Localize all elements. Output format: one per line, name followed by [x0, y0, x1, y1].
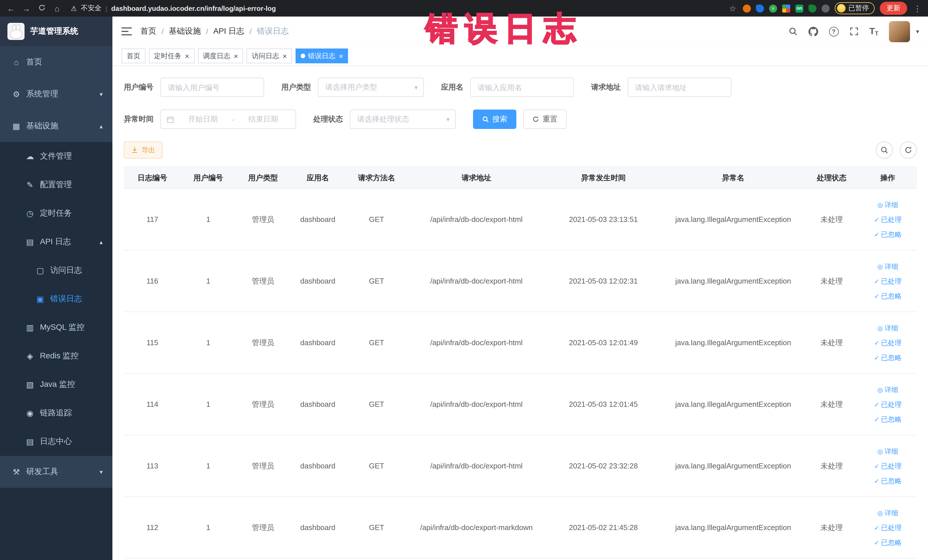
check-icon: ✓ — [874, 350, 879, 365]
reset-button-label: 重置 — [543, 114, 557, 124]
search-button[interactable]: 搜索 — [473, 110, 516, 129]
refresh-table-button[interactable] — [900, 142, 917, 159]
ignore-link[interactable]: ✓已忽略 — [862, 350, 913, 365]
extension-icon[interactable]: on — [795, 4, 803, 12]
search-icon[interactable] — [788, 27, 797, 36]
close-tab-icon[interactable]: × — [339, 52, 343, 60]
sidebar-item-error-log[interactable]: ▣错误日志 — [0, 285, 112, 313]
processed-link[interactable]: ✓已处理 — [862, 212, 913, 227]
detail-link[interactable]: ◎详细 — [862, 320, 913, 335]
sidebar-item-config[interactable]: ✎配置管理 — [0, 171, 112, 199]
sidebar-item-access-log[interactable]: ▢访问日志 — [0, 256, 112, 285]
ignore-link[interactable]: ✓已忽略 — [862, 412, 913, 426]
col-exception: 异常名 — [662, 167, 804, 189]
forward-icon[interactable]: → — [21, 4, 31, 13]
processed-link[interactable]: ✓已处理 — [862, 397, 913, 412]
extension-icon[interactable] — [743, 4, 751, 12]
exception-time-range-picker[interactable]: 开始日期 - 结束日期 — [160, 110, 296, 129]
sidebar-item-redis[interactable]: ◈Redis 监控 — [0, 342, 112, 370]
cell-app-name: dashboard — [290, 312, 345, 374]
user-id-input[interactable] — [160, 78, 264, 97]
security-label: 不安全 — [81, 3, 102, 13]
logo[interactable]: 芋道管理系统 — [0, 17, 112, 46]
detail-link[interactable]: ◎详细 — [862, 197, 913, 212]
processed-link[interactable]: ✓已处理 — [862, 273, 913, 288]
bookmark-star-icon[interactable]: ☆ — [728, 4, 738, 13]
ignore-link[interactable]: ✓已忽略 — [862, 227, 913, 242]
close-tab-icon[interactable]: × — [282, 52, 287, 60]
ignore-link[interactable]: ✓已忽略 — [862, 473, 913, 488]
processed-link[interactable]: ✓已处理 — [862, 458, 913, 473]
detail-link[interactable]: ◎详细 — [862, 444, 913, 458]
extension-icon[interactable]: v — [769, 4, 777, 12]
toggle-search-button[interactable] — [876, 142, 893, 159]
table-row: 1141管理员dashboardGET/api/infra/db-doc/exp… — [124, 374, 917, 435]
sidebar-item-api-log[interactable]: ▤API 日志▴ — [0, 227, 112, 256]
browser-menu-icon[interactable]: ⋮ — [912, 4, 923, 13]
github-icon[interactable] — [808, 26, 818, 36]
detail-link[interactable]: ◎详细 — [862, 505, 913, 520]
tab-error-log[interactable]: 错误日志× — [296, 49, 348, 63]
chevron-down-icon[interactable]: ▾ — [916, 27, 919, 35]
tab-access-log[interactable]: 访问日志× — [246, 49, 292, 63]
sidebar-item-system[interactable]: ⚙系统管理▾ — [0, 78, 112, 110]
sidebar-item-trace[interactable]: ◉链路追踪 — [0, 399, 112, 427]
back-icon[interactable]: ← — [6, 4, 16, 13]
update-button[interactable]: 更新 — [880, 2, 907, 15]
extension-icon[interactable] — [809, 4, 817, 12]
sidebar-item-dev-tools[interactable]: ⚒研发工具▾ — [0, 456, 112, 488]
tab-job[interactable]: 定时任务× — [149, 49, 194, 63]
calendar-icon — [166, 116, 174, 123]
cell-url: /api/infra/db-doc/export-html — [408, 374, 545, 435]
sidebar-item-label: 错误日志 — [50, 294, 82, 304]
reset-button[interactable]: 重置 — [523, 110, 566, 129]
breadcrumb-item[interactable]: API 日志 — [214, 26, 244, 37]
breadcrumb-separator: / — [250, 27, 252, 36]
browser-home-icon[interactable]: ⌂ — [52, 4, 62, 13]
address-bar[interactable]: ⚠ 不安全 | dashboard.yudao.iocoder.cn/infra… — [71, 3, 276, 13]
sidebar-item-file[interactable]: ☁文件管理 — [0, 142, 112, 171]
font-size-icon[interactable]: TT — [869, 26, 878, 37]
extension-icon[interactable] — [756, 4, 764, 12]
export-button[interactable]: 导出 — [124, 142, 163, 159]
eye-icon: ◎ — [877, 444, 883, 458]
col-time: 异常发生时间 — [545, 167, 662, 189]
cell-exception: java.lang.IllegalArgumentException — [662, 250, 804, 312]
app-name-input[interactable] — [470, 78, 574, 97]
fullscreen-icon[interactable] — [849, 27, 858, 36]
ignore-link[interactable]: ✓已忽略 — [862, 535, 913, 550]
tab-job-log[interactable]: 调度日志× — [198, 49, 243, 63]
extension-icon[interactable] — [821, 4, 830, 12]
cell-actions: ◎详细✓已处理✓已忽略 — [859, 497, 917, 558]
sidebar-item-label: Java 监控 — [40, 379, 75, 390]
processed-link[interactable]: ✓已处理 — [862, 335, 913, 350]
reload-icon[interactable] — [37, 4, 47, 13]
help-icon[interactable]: ? — [829, 26, 838, 36]
user-type-select[interactable]: 请选择用户类型 ▾ — [318, 78, 424, 97]
check-icon: ✓ — [874, 473, 879, 488]
extension-icon[interactable] — [782, 4, 790, 12]
processed-link[interactable]: ✓已处理 — [862, 520, 913, 535]
cell-actions: ◎详细✓已处理✓已忽略 — [859, 435, 917, 497]
sidebar-item-label: 系统管理 — [26, 89, 58, 99]
detail-link[interactable]: ◎详细 — [862, 382, 913, 397]
user-avatar[interactable] — [889, 21, 910, 42]
hamburger-icon[interactable] — [122, 27, 132, 36]
close-tab-icon[interactable]: × — [234, 52, 238, 60]
process-status-select[interactable]: 请选择处理状态 ▾ — [350, 110, 456, 129]
close-tab-icon[interactable]: × — [185, 52, 189, 60]
ignore-link[interactable]: ✓已忽略 — [862, 288, 913, 303]
sidebar-item-job[interactable]: ◷定时任务 — [0, 199, 112, 227]
breadcrumb-item[interactable]: 首页 — [140, 26, 156, 37]
request-url-input[interactable] — [627, 78, 731, 97]
breadcrumb-item[interactable]: 基础设施 — [169, 26, 201, 37]
sidebar-item-log-center[interactable]: ▤日志中心 — [0, 427, 112, 456]
sidebar-item-infra[interactable]: ▦基础设施▴ — [0, 110, 112, 142]
detail-link[interactable]: ◎详细 — [862, 259, 913, 273]
start-date-placeholder: 开始日期 — [176, 114, 230, 124]
profile-paused-badge[interactable]: 已暂停 — [835, 2, 875, 14]
sidebar-item-mysql[interactable]: ▥MySQL 监控 — [0, 313, 112, 342]
tab-home[interactable]: 首页 — [122, 49, 145, 63]
sidebar-item-java[interactable]: ▧Java 监控 — [0, 370, 112, 399]
sidebar-item-home[interactable]: ⌂首页 — [0, 46, 112, 78]
